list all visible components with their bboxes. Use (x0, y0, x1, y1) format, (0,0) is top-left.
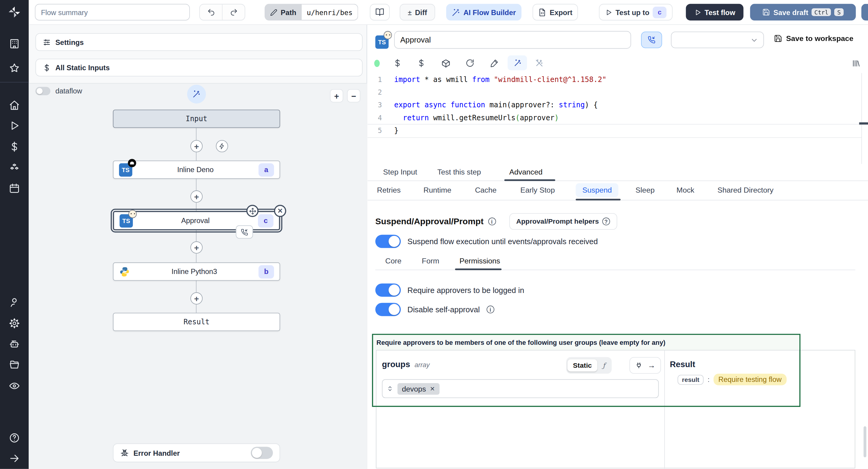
tab-test-this-step[interactable]: Test this step (437, 168, 481, 176)
suspend-flow-toggle[interactable] (375, 235, 401, 248)
subtab-permissions-active[interactable]: Permissions (459, 257, 500, 265)
info-icon[interactable]: i (487, 306, 494, 313)
tab-runtime[interactable]: Runtime (424, 186, 451, 194)
workspace-building-icon[interactable] (0, 33, 29, 54)
groups-array-input[interactable]: devops ✕ (382, 379, 658, 398)
save-floppy-icon (763, 8, 770, 16)
ai-disabled-wand-icon[interactable] (532, 56, 546, 70)
zoom-out-button[interactable]: − (347, 89, 361, 102)
scrollbar-thumb[interactable] (864, 426, 866, 457)
resources-cubes-icon[interactable] (0, 157, 29, 178)
reload-button[interactable] (463, 56, 476, 70)
insert-step-button[interactable]: + (190, 140, 203, 152)
test-flow-label: Test flow (705, 8, 735, 17)
path-input[interactable]: u/henri/bes (302, 4, 358, 21)
help-question-icon: ? (602, 218, 610, 225)
ai-flow-builder-button[interactable]: AI Flow Builder (446, 4, 521, 21)
save-draft-button[interactable]: Save draft Ctrl S (750, 4, 856, 21)
tab-retries[interactable]: Retries (377, 186, 401, 194)
kbd-ctrl: Ctrl (812, 8, 831, 16)
flow-node-inline-python3[interactable]: Inline Python3 b (113, 262, 280, 281)
resources-dollar-button[interactable] (415, 56, 428, 70)
tab-step-input[interactable]: Step Input (383, 168, 417, 176)
dataflow-toggle[interactable] (36, 87, 51, 95)
tab-sleep[interactable]: Sleep (636, 186, 655, 194)
fx-mode-button[interactable]: ƒ (597, 362, 611, 369)
library-panel-icon[interactable] (849, 56, 863, 70)
zoom-in-button[interactable]: + (330, 89, 343, 102)
insert-step-button[interactable]: + (190, 292, 203, 305)
favorites-star-icon[interactable] (0, 58, 29, 79)
subtab-form[interactable]: Form (422, 257, 439, 265)
connect-input-buttons[interactable]: → (629, 357, 661, 374)
editor-rule (368, 124, 861, 124)
diff-label: Diff (415, 8, 427, 17)
approval-prompt-helpers-button[interactable]: Approval/Prompt helpers ? (509, 213, 617, 230)
suspend-phone-button[interactable] (641, 32, 662, 48)
flow-node-result[interactable]: Result (113, 313, 280, 331)
schedules-calendar-icon[interactable] (0, 178, 29, 199)
add-trigger-button[interactable] (216, 140, 228, 152)
insert-step-button[interactable]: + (190, 242, 203, 253)
test-flow-button[interactable]: Test flow (686, 4, 744, 21)
tab-cache[interactable]: Cache (475, 186, 497, 194)
subtab-core[interactable]: Core (385, 257, 401, 265)
audit-eye-icon[interactable] (0, 375, 29, 396)
error-handler-row[interactable]: Error Handler (113, 443, 280, 462)
move-step-button[interactable] (246, 205, 258, 217)
insert-step-button[interactable]: + (190, 190, 203, 202)
path-edit-button[interactable]: Path (265, 4, 302, 21)
delete-step-button[interactable]: ✕ (274, 205, 286, 217)
variables-dollar-button[interactable] (391, 56, 404, 70)
tag-select-dropdown[interactable] (671, 32, 764, 48)
redo-button[interactable] (222, 4, 244, 20)
panel-resize-handle[interactable] (859, 122, 868, 124)
magic-wand-icon (452, 8, 460, 17)
tab-advanced-active[interactable]: Advanced (509, 168, 542, 176)
help-icon[interactable] (0, 427, 29, 448)
save-to-workspace-button[interactable]: Save to workspace (774, 34, 854, 43)
format-brush-button[interactable] (488, 56, 501, 70)
flow-settings-row[interactable]: Settings (36, 33, 363, 51)
require-logged-in-toggle[interactable] (375, 283, 401, 296)
static-mode-button[interactable]: Static (567, 359, 597, 371)
ts-label: TS (122, 217, 130, 224)
tab-shared-directory[interactable]: Shared Directory (717, 186, 773, 194)
docs-button[interactable] (370, 4, 390, 21)
error-handler-toggle[interactable] (251, 447, 273, 459)
test-up-to-button[interactable]: Test up to c (599, 4, 673, 21)
code-editor[interactable]: 1import * as wmill from "windmill-client… (368, 73, 861, 136)
step-title-input[interactable]: Approval (394, 31, 631, 49)
undo-button[interactable] (200, 4, 222, 20)
home-icon[interactable] (0, 95, 29, 116)
flow-summary-input[interactable]: Flow summary (35, 4, 190, 21)
tab-suspend-active[interactable]: Suspend (576, 183, 618, 197)
suspend-section-header: Suspend/Approval/Prompt i Approval/Promp… (375, 213, 617, 230)
all-static-inputs-row[interactable]: All Static Inputs (36, 59, 363, 76)
tab-mock[interactable]: Mock (676, 186, 694, 194)
variables-dollar-icon[interactable] (0, 136, 29, 157)
code-line: 1import * as wmill from "windmill-client… (368, 73, 861, 86)
flow-node-input[interactable]: Input (113, 110, 280, 128)
ai-assistant-wand-button[interactable] (507, 56, 527, 70)
runs-play-icon[interactable] (0, 116, 29, 136)
folders-icon[interactable] (0, 354, 29, 375)
result-row: result : Require testing flow (678, 374, 786, 385)
deploy-button-partial[interactable] (861, 4, 868, 21)
result-key-badge[interactable]: result (678, 375, 704, 385)
remove-tag-icon[interactable]: ✕ (430, 385, 435, 392)
export-button[interactable]: Export (532, 4, 578, 21)
flow-node-inline-deno[interactable]: TS Inline Deno a (113, 161, 280, 179)
diff-button[interactable]: ± Diff (400, 4, 435, 21)
workers-robot-icon[interactable] (0, 334, 29, 354)
user-icon[interactable] (0, 292, 29, 313)
step-id-badge: b (258, 265, 274, 278)
package-button[interactable] (439, 56, 453, 70)
settings-gear-icon[interactable] (0, 313, 29, 334)
windmill-logo-icon[interactable] (0, 0, 29, 25)
collapse-arrow-icon[interactable] (0, 448, 29, 469)
ai-graph-wand-button[interactable] (187, 85, 206, 103)
tab-early-stop[interactable]: Early Stop (521, 186, 555, 194)
info-icon[interactable]: i (488, 218, 496, 225)
disable-self-approval-toggle[interactable] (375, 303, 401, 316)
